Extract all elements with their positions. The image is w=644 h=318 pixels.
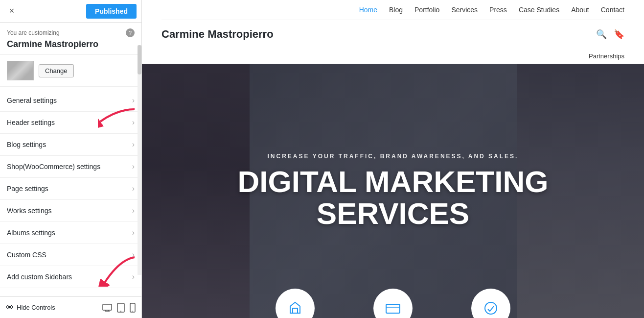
nav-link-portfolio[interactable]: Portfolio	[414, 6, 439, 14]
site-header: Home Blog Portfolio Services Press Case …	[142, 0, 644, 64]
svg-rect-11	[386, 304, 400, 313]
eye-icon: 👁	[6, 303, 14, 312]
svg-rect-2	[103, 304, 112, 310]
desktop-view-button[interactable]	[102, 304, 112, 312]
chevron-icon-blog: ›	[132, 140, 135, 149]
site-preview: Home Blog Portfolio Services Press Case …	[142, 0, 644, 318]
site-logo: Carmine Mastropierro	[161, 28, 274, 41]
published-button[interactable]: Published	[86, 4, 137, 19]
tablet-view-button[interactable]	[117, 303, 125, 313]
settings-item-albums[interactable]: Albums settings ›	[0, 222, 141, 244]
chevron-icon-css: ›	[132, 250, 135, 259]
site-logo-row: Carmine Mastropierro 🔍 🔖	[161, 20, 624, 49]
site-header-icons: 🔍 🔖	[596, 29, 624, 40]
hide-controls-label: Hide Controls	[17, 304, 55, 311]
nav-link-about[interactable]: About	[571, 6, 589, 14]
nav-link-partnerships[interactable]: Partnerships	[589, 52, 624, 60]
nav-link-press[interactable]: Press	[489, 6, 507, 14]
settings-item-blog[interactable]: Blog settings ›	[0, 134, 141, 156]
settings-item-blog-label: Blog settings	[7, 141, 46, 148]
settings-item-sidebars-label: Add custom Sidebars	[7, 273, 72, 281]
settings-item-sidebars[interactable]: Add custom Sidebars ›	[0, 266, 141, 288]
panel-inner: You are customizing ? Carmine Mastropier…	[0, 23, 141, 296]
customizing-section: You are customizing ? Carmine Mastropier…	[0, 23, 141, 55]
svg-point-9	[132, 311, 133, 312]
nav-link-services[interactable]: Services	[451, 6, 478, 14]
settings-item-page[interactable]: Page settings ›	[0, 178, 141, 200]
hero-circles	[142, 289, 644, 318]
close-button[interactable]: ×	[5, 4, 19, 18]
hero-circle-3	[471, 289, 510, 318]
settings-list: General settings › Header settings › Blo…	[0, 90, 141, 288]
customizer-panel: × Published You are customizing ? Carmin…	[0, 0, 142, 318]
settings-item-page-label: Page settings	[7, 185, 48, 193]
theme-preview-section: Change	[0, 55, 141, 87]
settings-item-css[interactable]: Custom CSS ›	[0, 244, 141, 266]
customizing-label: You are customizing ?	[7, 28, 135, 37]
scroll-thumb	[138, 45, 141, 74]
help-icon[interactable]: ?	[126, 28, 135, 37]
bottom-bar: 👁 Hide Controls	[0, 296, 141, 318]
site-nav-top: Home Blog Portfolio Services Press Case …	[161, 0, 624, 20]
settings-item-general[interactable]: General settings ›	[0, 90, 141, 112]
theme-thumbnail	[7, 61, 34, 80]
customizing-text: You are customizing	[7, 29, 60, 36]
search-icon[interactable]: 🔍	[596, 29, 607, 40]
nav-link-blog[interactable]: Blog	[389, 6, 403, 14]
settings-item-general-label: General settings	[7, 97, 57, 104]
settings-item-works[interactable]: Works settings ›	[0, 200, 141, 222]
site-name: Carmine Mastropierro	[7, 39, 135, 49]
svg-point-13	[485, 302, 497, 314]
view-icons-group	[102, 303, 136, 313]
hero-subtitle: Increase your traffic, brand awareness, …	[268, 153, 519, 160]
chevron-icon-works: ›	[132, 206, 135, 215]
mobile-view-button[interactable]	[130, 303, 136, 313]
chevron-icon-header: ›	[132, 118, 135, 127]
settings-item-albums-label: Albums settings	[7, 229, 55, 237]
hide-controls-button[interactable]: 👁 Hide Controls	[6, 303, 55, 312]
svg-rect-10	[293, 308, 298, 313]
chevron-icon-page: ›	[132, 184, 135, 193]
settings-item-shop-label: Shop(WooCommerce) settings	[7, 163, 100, 171]
chevron-icon-sidebars: ›	[132, 272, 135, 281]
nav-link-contact[interactable]: Contact	[601, 6, 624, 14]
settings-item-header[interactable]: Header settings ›	[0, 112, 141, 134]
settings-item-header-label: Header settings	[7, 119, 55, 126]
hero-content: Increase your traffic, brand awareness, …	[142, 64, 644, 318]
hero-title: Digital Marketing Services	[238, 166, 549, 229]
settings-item-css-label: Custom CSS	[7, 251, 46, 259]
scrollbar[interactable]	[138, 45, 141, 275]
nav-link-home[interactable]: Home	[359, 6, 377, 14]
hero-section: Increase your traffic, brand awareness, …	[142, 64, 644, 318]
svg-point-7	[120, 311, 121, 312]
customizer-top-bar: × Published	[0, 0, 141, 23]
hero-circle-2	[373, 289, 413, 318]
hero-circle-1	[276, 289, 315, 318]
nav-link-casestudies[interactable]: Case Studies	[519, 6, 559, 14]
site-secondary-nav: Partnerships	[161, 49, 624, 64]
settings-item-shop[interactable]: Shop(WooCommerce) settings ›	[0, 156, 141, 178]
settings-item-works-label: Works settings	[7, 207, 52, 215]
chevron-icon-shop: ›	[132, 162, 135, 171]
chevron-icon-general: ›	[132, 96, 135, 105]
chevron-icon-albums: ›	[132, 228, 135, 237]
bookmark-icon[interactable]: 🔖	[614, 29, 624, 40]
theme-thumbnail-image	[7, 61, 33, 80]
change-theme-button[interactable]: Change	[39, 64, 74, 77]
